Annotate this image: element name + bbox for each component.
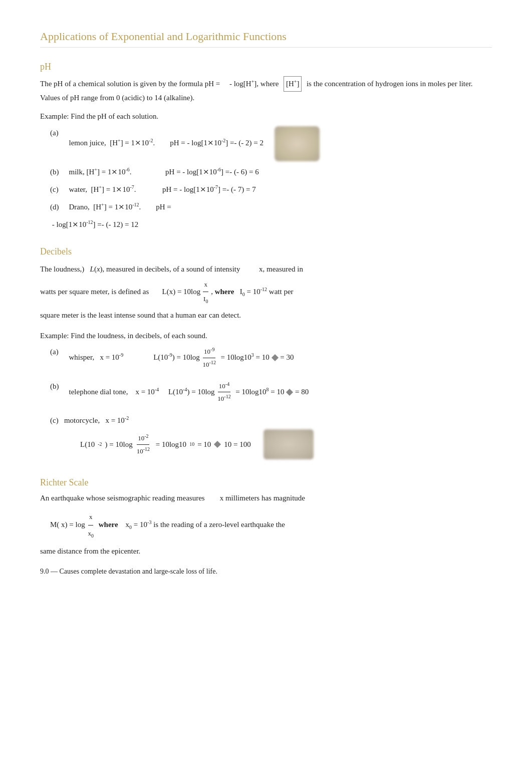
- ph-item-c-content: water, [H+] = 1⨯10-7. pH = - log[1⨯10-7]…: [65, 183, 256, 196]
- ph-section: pH The pH of a chemical solution is give…: [40, 62, 492, 231]
- decibels-item-c-formula: L(10-2) = 10log 10-2 10-12 = 10log1010 =…: [50, 429, 314, 459]
- ph-item-d-cont-content: - log[1⨯10-12] =- (- 12) = 12: [50, 218, 138, 231]
- richter-intro: An earthquake whose seismographic readin…: [40, 492, 492, 505]
- ph-item-c: (c) water, [H+] = 1⨯10-7. pH = - log[1⨯1…: [50, 183, 492, 196]
- decibels-item-b-label: (b): [50, 380, 65, 393]
- ph-intro: The pH of a chemical solution is given b…: [40, 76, 492, 104]
- decibels-item-b: (b) telephone dial tone, x = 10-4 L(10-4…: [50, 380, 492, 405]
- ph-item-d-content: Drano, [H+] = 1⨯10-12. pH =: [65, 200, 171, 214]
- ph-item-d-label: (d): [50, 200, 65, 214]
- diamond-icon-a: [271, 354, 278, 361]
- richter-formula-continuation: same distance from the epicenter.: [40, 545, 492, 558]
- decibels-fraction: x I0: [202, 278, 209, 307]
- richter-heading: Richter Scale: [40, 477, 492, 488]
- decibels-item-c-label: (c): [50, 416, 59, 424]
- decibels-section: Decibels The loudness,) L(x), measured i…: [40, 246, 492, 460]
- diamond-icon-c: [214, 441, 221, 448]
- ph-heading: pH: [40, 62, 492, 72]
- decibels-item-a-content: whisper, x = 10-9 L(10-9) = 10log 10-9 1…: [65, 345, 294, 370]
- ph-examples-list: (a) lemon juice, [H+] = 1⨯10-2. pH = - l…: [50, 126, 492, 231]
- decibels-heading: Decibels: [40, 246, 492, 257]
- richter-note: 9.0 — Causes complete devastation and la…: [40, 566, 492, 578]
- decibels-item-c-frac: 10-2 10-12: [136, 432, 151, 457]
- richter-formula: M( x) = log x x0 where x0 = 10-3 is the …: [40, 509, 492, 542]
- ph-item-c-label: (c): [50, 183, 65, 196]
- ph-item-b: (b) milk, [H+] = 1⨯10-6. pH = - log[1⨯10…: [50, 165, 492, 179]
- page-title: Applications of Exponential and Logarith…: [40, 30, 492, 48]
- ph-item-b-content: milk, [H+] = 1⨯10-6. pH = - log[1⨯10-6] …: [65, 165, 259, 179]
- decibels-item-a-label: (a): [50, 345, 65, 359]
- decibels-item-c-header: (c) motorcycle, x = 10-2: [50, 414, 129, 427]
- ph-item-a: (a) lemon juice, [H+] = 1⨯10-2. pH = - l…: [50, 126, 492, 161]
- richter-section: Richter Scale An earthquake whose seismo…: [40, 477, 492, 578]
- decibels-item-b-frac: 10-4 10-12: [216, 380, 231, 405]
- lemon-image: [275, 126, 320, 161]
- ph-item-d: (d) Drano, [H+] = 1⨯10-12. pH =: [50, 200, 492, 214]
- ph-example-label: Example: Find the pH of each solution.: [40, 110, 492, 123]
- ph-item-b-label: (b): [50, 165, 65, 179]
- ph-item-a-content: lemon juice, [H+] = 1⨯10-2. pH = - log[1…: [65, 126, 320, 161]
- diamond-icon-b: [286, 389, 293, 396]
- decibels-intro: The loudness,) L(x), measured in decibel…: [40, 261, 492, 324]
- ph-item-a-label: (a): [50, 126, 65, 140]
- decibels-examples-list: (a) whisper, x = 10-9 L(10-9) = 10log 10…: [50, 345, 492, 459]
- decibels-item-b-content: telephone dial tone, x = 10-4 L(10-4) = …: [65, 380, 309, 405]
- richter-fraction: x x0: [87, 509, 95, 542]
- decibels-item-a: (a) whisper, x = 10-9 L(10-9) = 10log 10…: [50, 345, 492, 370]
- decibels-item-a-frac: 10-9 10-12: [202, 345, 217, 370]
- motorcycle-image: [263, 429, 314, 459]
- decibels-item-c: (c) motorcycle, x = 10-2 L(10-2) = 10log…: [50, 414, 492, 459]
- ph-item-d-continuation: - log[1⨯10-12] =- (- 12) = 12: [50, 218, 492, 231]
- decibels-example-label: Example: Find the loudness, in decibels,…: [40, 330, 492, 343]
